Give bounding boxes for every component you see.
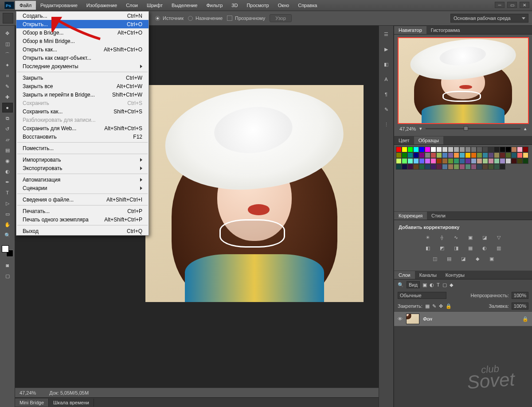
adj-colorlookup-icon[interactable]: ▦ (466, 244, 475, 252)
tool-preset-icon[interactable] (3, 13, 13, 23)
swatch-cell[interactable] (494, 147, 500, 152)
menu-item-close[interactable]: ЗакрытьCtrl+W (16, 74, 149, 82)
swatch-cell[interactable] (523, 147, 528, 152)
swatch-cell[interactable] (413, 147, 419, 152)
menu-item-save[interactable]: СохранитьCtrl+S (16, 99, 149, 107)
workspace-selector[interactable]: Основная рабочая среда (450, 14, 528, 23)
swatch-cell[interactable] (454, 158, 459, 164)
swatch-cell[interactable] (459, 158, 465, 164)
gradient-tool-icon[interactable]: ▤ (2, 145, 13, 155)
swatch-cell[interactable] (407, 152, 413, 158)
swatch-cell[interactable] (482, 164, 488, 170)
maximize-icon[interactable]: ▭ (507, 2, 517, 8)
quickmask-icon[interactable]: ◙ (2, 260, 13, 270)
swatch-cell[interactable] (407, 147, 413, 152)
swatch-cell[interactable] (482, 158, 488, 164)
menu-item-open-as[interactable]: Открыть как...Alt+Shift+Ctrl+O (16, 45, 149, 54)
swatch-cell[interactable] (488, 147, 494, 152)
menu-window[interactable]: Окно (274, 1, 294, 10)
tab-histogram[interactable]: Гистограмма (426, 26, 465, 34)
swatch-cell[interactable] (465, 147, 471, 152)
pen-tool-icon[interactable]: ✒ (2, 177, 13, 187)
filter-shape-icon[interactable]: ▢ (442, 282, 447, 288)
swatch-cell[interactable] (419, 164, 425, 170)
swatch-cell[interactable] (517, 147, 523, 152)
menu-view[interactable]: Просмотр (242, 1, 273, 10)
menu-item-place[interactable]: Поместить... (16, 144, 149, 152)
filter-kind-select[interactable]: Вид (407, 281, 420, 288)
radio-destination[interactable]: Назначение (188, 16, 223, 21)
tab-channels[interactable]: Каналы (415, 271, 441, 279)
menu-item-browse-bridge[interactable]: Обзор в Bridge...Alt+Ctrl+O (16, 28, 149, 37)
swatch-cell[interactable] (471, 152, 477, 158)
swatch-cell[interactable] (436, 147, 442, 152)
hand-tool-icon[interactable]: ✋ (2, 220, 13, 229)
pattern-button[interactable]: Узор (270, 14, 292, 22)
crop-tool-icon[interactable]: ⌗ (2, 71, 13, 81)
swatch-cell[interactable] (511, 158, 517, 164)
swatch-cell[interactable] (396, 147, 402, 152)
menu-item-new[interactable]: Создать...Ctrl+N (16, 12, 149, 20)
swatch-cell[interactable] (500, 152, 505, 158)
swatch-cell[interactable] (448, 164, 454, 170)
tab-timeline[interactable]: Шкала времени (49, 399, 94, 407)
swatch-cell[interactable] (425, 152, 430, 158)
swatch-cell[interactable] (477, 152, 482, 158)
adj-vibrance-icon[interactable]: ◪ (480, 233, 489, 241)
brush-tool-icon[interactable]: ● (2, 103, 13, 112)
properties-panel-icon[interactable]: ◧ (381, 59, 391, 69)
lock-pixels-icon[interactable]: ✎ (432, 303, 436, 309)
menu-item-close-all[interactable]: Закрыть всеAlt+Ctrl+W (16, 82, 149, 90)
history-panel-icon[interactable]: ☰ (381, 29, 391, 39)
swatch-cell[interactable] (407, 164, 413, 170)
color-swatches[interactable] (2, 245, 13, 257)
swatch-cell[interactable] (500, 147, 505, 152)
tab-minibridge[interactable]: Mini Bridge (15, 399, 49, 407)
menu-item-revert[interactable]: ВосстановитьF12 (16, 132, 149, 141)
blend-mode-select[interactable]: Обычные (398, 292, 446, 299)
menu-item-exit[interactable]: ВыходCtrl+Q (16, 227, 149, 235)
checkbox-transparent[interactable]: Прозрачному (227, 16, 265, 21)
swatch-cell[interactable] (471, 147, 477, 152)
swatch-cell[interactable] (517, 152, 523, 158)
swatch-cell[interactable] (425, 164, 430, 170)
adj-levels-icon[interactable]: ⟠ (438, 233, 446, 241)
shape-tool-icon[interactable]: ▭ (2, 209, 13, 219)
swatch-cell[interactable] (413, 158, 419, 164)
zoom-in-icon[interactable]: ▴ (524, 126, 527, 132)
menu-item-print[interactable]: Печатать...Ctrl+P (16, 207, 149, 215)
swatch-cell[interactable] (436, 152, 442, 158)
swatch-cell[interactable] (488, 158, 494, 164)
swatch-cell[interactable] (482, 152, 488, 158)
swatch-cell[interactable] (523, 158, 528, 164)
swatch-cell[interactable] (477, 164, 482, 170)
menu-item-browse-minibridge[interactable]: Обзор в Mini Bridge... (16, 37, 149, 45)
swatch-cell[interactable] (511, 147, 517, 152)
filter-type-icon[interactable]: T (437, 282, 440, 287)
minimize-icon[interactable]: ─ (495, 2, 505, 8)
actions-panel-icon[interactable]: ▶ (381, 44, 391, 54)
filter-smart-icon[interactable]: ◆ (450, 282, 453, 288)
brush-panel-icon[interactable]: ✎ (381, 105, 391, 114)
menu-3d[interactable]: 3D (227, 1, 242, 10)
swatch-cell[interactable] (413, 164, 419, 170)
swatch-cell[interactable] (459, 147, 465, 152)
adj-extra-icon[interactable]: ▣ (487, 255, 496, 263)
wand-tool-icon[interactable]: ✦ (2, 60, 13, 70)
layer-thumbnail[interactable] (406, 314, 419, 324)
adj-threshold-icon[interactable]: ◫ (430, 255, 439, 263)
eyedropper-tool-icon[interactable]: ✎ (2, 81, 13, 91)
swatch-cell[interactable] (442, 164, 448, 170)
adj-hue-icon[interactable]: ▽ (494, 233, 503, 241)
swatch-cell[interactable] (396, 158, 402, 164)
paragraph-panel-icon[interactable]: ¶ (381, 89, 391, 99)
swatch-cell[interactable] (511, 152, 517, 158)
swatch-cell[interactable] (402, 147, 407, 152)
swatch-cell[interactable] (436, 158, 442, 164)
swatch-cell[interactable] (505, 158, 511, 164)
menu-item-export[interactable]: Экспортировать (16, 164, 149, 172)
visibility-icon[interactable]: 👁 (398, 316, 403, 322)
swatch-cell[interactable] (419, 158, 425, 164)
move-tool-icon[interactable]: ✥ (2, 28, 13, 38)
swatch-cell[interactable] (454, 147, 459, 152)
